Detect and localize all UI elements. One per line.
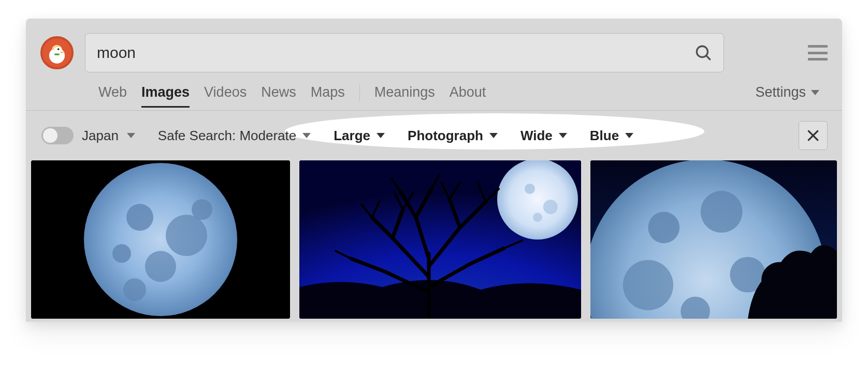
size-label: Large — [334, 128, 370, 144]
region-filter[interactable]: Japan — [41, 127, 135, 144]
color-filter[interactable]: Blue — [590, 128, 633, 144]
tab-videos[interactable]: Videos — [204, 84, 247, 108]
svg-point-19 — [543, 200, 558, 214]
chevron-down-icon — [127, 133, 135, 138]
chevron-down-icon — [559, 133, 567, 138]
tab-maps[interactable]: Maps — [311, 84, 345, 108]
chevron-down-icon — [811, 90, 819, 95]
search-button[interactable] — [689, 39, 717, 67]
svg-point-17 — [497, 160, 578, 240]
svg-point-25 — [623, 260, 673, 310]
svg-rect-3 — [54, 53, 60, 55]
svg-point-15 — [123, 278, 146, 301]
tab-images[interactable]: Images — [141, 84, 190, 108]
chevron-down-icon — [625, 133, 633, 138]
safesearch-filter[interactable]: Safe Search: Moderate — [158, 128, 311, 144]
hamburger-icon — [808, 45, 828, 48]
svg-point-10 — [126, 204, 153, 231]
duckduckgo-logo[interactable] — [40, 36, 74, 69]
svg-point-24 — [701, 191, 743, 233]
tab-news[interactable]: News — [261, 84, 296, 108]
image-result[interactable] — [31, 160, 290, 319]
chevron-down-icon — [489, 133, 498, 138]
safesearch-label: Safe Search: Moderate — [158, 128, 296, 144]
layout-filter[interactable]: Wide — [520, 128, 567, 144]
clear-filters-button[interactable] — [799, 121, 828, 150]
menu-button[interactable] — [808, 45, 828, 61]
tabs-bar: Web Images Videos News Maps Meanings Abo… — [26, 82, 842, 111]
search-box — [85, 33, 724, 72]
type-label: Photograph — [408, 128, 483, 144]
svg-point-11 — [166, 215, 207, 256]
settings-dropdown[interactable]: Settings — [755, 84, 819, 108]
svg-point-12 — [145, 251, 176, 282]
tab-about[interactable]: About — [450, 84, 486, 108]
close-icon — [806, 129, 820, 142]
header-bar — [26, 19, 842, 82]
app-window: Web Images Videos News Maps Meanings Abo… — [26, 19, 842, 322]
color-label: Blue — [590, 128, 619, 144]
layout-label: Wide — [520, 128, 553, 144]
svg-point-14 — [192, 199, 212, 220]
search-input[interactable] — [97, 44, 689, 62]
size-filter[interactable]: Large — [334, 128, 385, 144]
svg-point-20 — [533, 213, 542, 222]
tab-web[interactable]: Web — [98, 84, 127, 108]
tab-meanings[interactable]: Meanings — [374, 84, 435, 108]
filter-bar: Japan Safe Search: Moderate Large Photog… — [26, 111, 842, 160]
svg-point-13 — [112, 244, 131, 263]
chevron-down-icon — [377, 133, 385, 138]
image-result[interactable] — [590, 160, 837, 319]
region-label: Japan — [82, 128, 119, 144]
image-results — [26, 160, 842, 322]
svg-point-23 — [648, 212, 679, 243]
settings-label: Settings — [755, 84, 806, 100]
svg-line-5 — [706, 56, 710, 59]
tabs-divider — [359, 85, 360, 101]
svg-point-9 — [84, 163, 237, 316]
search-icon — [695, 44, 712, 62]
chevron-down-icon — [302, 133, 311, 138]
svg-point-2 — [57, 48, 60, 50]
type-filter[interactable]: Photograph — [408, 128, 498, 144]
image-result[interactable] — [299, 160, 581, 319]
region-toggle[interactable] — [41, 127, 74, 144]
svg-point-18 — [525, 184, 535, 194]
